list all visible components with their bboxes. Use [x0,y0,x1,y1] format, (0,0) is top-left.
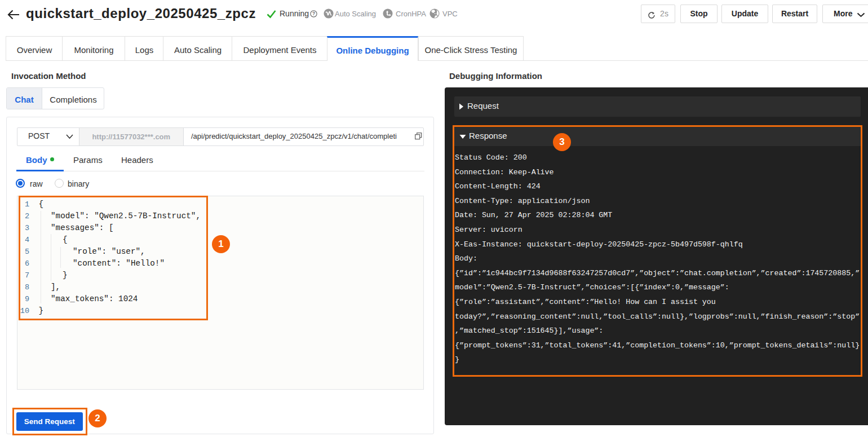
svg-text:?: ? [312,11,315,16]
